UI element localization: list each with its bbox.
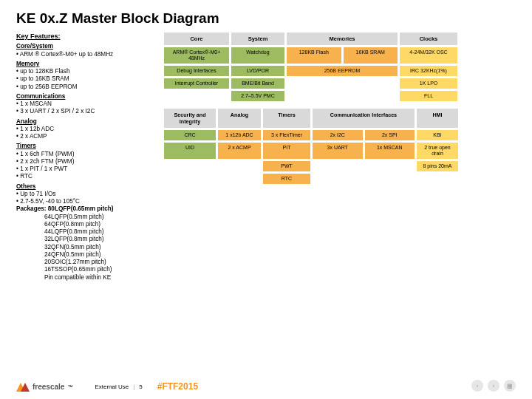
block-bme: BME/Bit Band — [231, 78, 284, 89]
comm-heading: Communications — [16, 93, 155, 100]
feature-item: • 2.7-5.5V, -40 to 105°C — [16, 198, 155, 205]
package-item: Pin compatible within KE — [44, 274, 155, 282]
package-item: 20SOIC(1.27mm pitch) — [44, 259, 155, 266]
feature-item: • 1 x PIT / 1 x PWT — [16, 166, 155, 173]
feature-item: • up to 128KB Flash — [16, 68, 155, 75]
block-adc: 1 x12b ADC — [218, 130, 261, 140]
feature-item: • up to 256B EEPROM — [16, 83, 155, 91]
package-item: 32LQFP(0.8mm pitch) — [44, 236, 155, 243]
logo-icon — [16, 381, 30, 392]
block-i2c: 2x I2C — [313, 130, 363, 140]
analog-heading: Analog — [16, 118, 155, 126]
package-item: 16TSSOP(0.65mm pitch) — [44, 266, 155, 273]
col-header-timers: Timers — [263, 109, 310, 128]
block-irc: IRC 32KHz(1%) — [400, 66, 457, 76]
block-watchdog: Watchdog — [231, 47, 284, 64]
col-header-analog: Analog — [218, 109, 261, 128]
block-kbi: KBI — [417, 130, 458, 140]
feature-item: • 2 x 2ch FTM (PWM) — [16, 158, 155, 166]
feature-item: • up to 16KB SRAM — [16, 75, 155, 83]
package-item: 32QFN(0.5mm pitch) — [44, 244, 155, 251]
page-title: KE 0x.Z Master Block Diagram — [16, 10, 516, 27]
feature-item: • 1 x MSCAN — [16, 100, 155, 108]
package-item: 44LQFP(0.8mm pitch) — [44, 228, 155, 236]
feature-item: • 2 x ACMP — [16, 133, 155, 140]
block-uart: 3x UART — [313, 143, 363, 159]
col-header-security: Security and Integrity — [164, 109, 216, 128]
block-pit: PIT — [263, 143, 310, 159]
core-heading: Core/System — [16, 43, 155, 50]
package-item: 64LQFP(0.5mm pitch) — [44, 214, 155, 221]
package-item: 64QFP(0.8mm pitch) — [44, 221, 155, 228]
brand-text: freescale — [33, 383, 64, 391]
timers-heading: Timers — [16, 143, 155, 150]
col-header-core: Core — [164, 33, 229, 45]
footer: freescale™ External Use | 5 #FTF2015 — [16, 381, 516, 392]
block-crc: CRC — [164, 130, 216, 140]
feature-item: • 1 x 6ch FTM (PWM) — [16, 151, 155, 158]
memory-heading: Memory — [16, 61, 155, 68]
others-heading: Others — [16, 183, 155, 191]
col-header-memories: Memories — [287, 33, 398, 45]
external-use-label: External Use — [95, 383, 129, 390]
block-opendrain: 2 true open drain — [417, 143, 458, 159]
block-osc: 4-24M/32K OSC — [400, 47, 457, 64]
features-heading: Key Features: — [16, 33, 155, 41]
page-number: 5 — [139, 383, 142, 390]
feature-item: • Up to 71 I/Os — [16, 191, 155, 198]
block-pwt: PWT — [263, 161, 310, 171]
feature-item: • RTC — [16, 173, 155, 180]
block-acmp: 2 x ACMP — [218, 143, 261, 159]
block-interrupt: Interrupt Controller — [164, 78, 229, 89]
col-header-clocks: Clocks — [400, 33, 457, 45]
feature-item: • ARM ® Cortex®-M0+ up to 48MHz — [16, 51, 155, 58]
col-header-comm: Communication Interfaces — [313, 109, 415, 128]
feature-item: • 1 x 12b ADC — [16, 126, 155, 133]
col-header-system: System — [231, 33, 284, 45]
block-sram: 16KB SRAM — [344, 47, 398, 64]
feature-item: • 3 x UART / 2 x SPI / 2 x I2C — [16, 108, 155, 115]
block-diagram: Core System Memories Clocks ARM® Cortex®… — [164, 33, 516, 282]
block-debug: Debug Interfaces — [164, 66, 229, 76]
block-lpo: 1K LPO — [400, 78, 457, 89]
block-rtc: RTC — [263, 174, 310, 184]
block-pmc: 2.7–5.5V PMC — [231, 91, 284, 101]
block-core-cpu: ARM® Cortex®-M0+ 48MHz — [164, 47, 229, 64]
block-eeprom: 256B EEPROM — [287, 66, 398, 76]
block-fll: FLL — [400, 91, 457, 101]
hashtag: #FTF2015 — [157, 381, 198, 392]
packages-heading: Packages: 80LQFP(0.65mm pitch) — [16, 205, 155, 213]
block-uid: UID — [164, 143, 216, 159]
block-mscan: 1x MSCAN — [365, 143, 415, 159]
nav-grid-button[interactable]: ▦ — [504, 380, 516, 392]
nav-next-button[interactable]: › — [488, 380, 499, 392]
feature-list: Key Features: Core/System • ARM ® Cortex… — [16, 33, 155, 282]
nav-prev-button[interactable]: ‹ — [471, 380, 483, 392]
block-flash: 128KB Flash — [287, 47, 341, 64]
col-header-hmi: HMI — [417, 109, 458, 128]
block-lvd: LVD/POR — [231, 66, 284, 76]
block-spi: 2x SPI — [365, 130, 415, 140]
package-item: 24QFN(0.5mm pitch) — [44, 251, 155, 259]
block-flextimer: 3 x FlexTimer — [263, 130, 310, 140]
block-20ma: 8 pins 20mA — [417, 161, 458, 171]
freescale-logo: freescale™ — [16, 381, 72, 392]
